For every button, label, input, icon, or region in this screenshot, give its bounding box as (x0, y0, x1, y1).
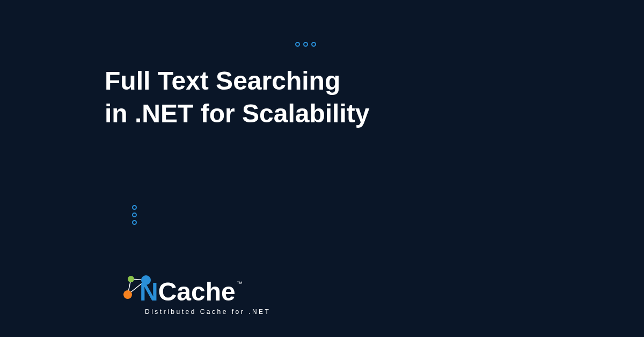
main-heading: Full Text Searching in .NET for Scalabil… (105, 64, 369, 130)
logo-trademark: ™ (237, 280, 243, 287)
logo-cache-text: Cache (158, 277, 236, 306)
dot-icon (311, 42, 316, 47)
logo-letter-n: N (140, 277, 158, 306)
ncache-logo: NCache™ Distributed Cache for .NET (125, 277, 270, 316)
dot-icon (132, 213, 137, 217)
logo-tagline: Distributed Cache for .NET (145, 308, 270, 316)
heading-line-2: in .NET for Scalability (105, 99, 369, 128)
decorative-dots-horizontal (295, 42, 316, 47)
dot-icon (303, 42, 308, 47)
logo-text: NCache™ (125, 277, 270, 306)
dot-icon (132, 220, 137, 225)
dot-icon (295, 42, 300, 47)
heading-line-1: Full Text Searching (105, 67, 340, 95)
dot-icon (132, 205, 137, 210)
decorative-dots-vertical (132, 205, 137, 225)
